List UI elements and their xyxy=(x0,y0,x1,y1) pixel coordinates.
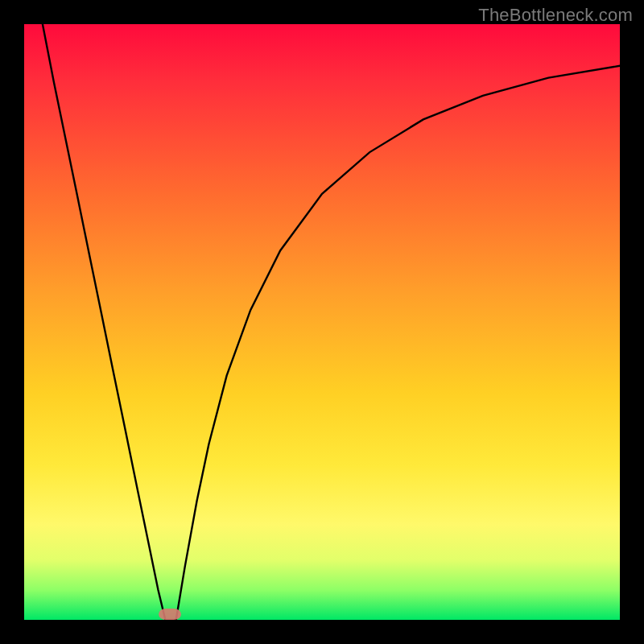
bottom-marker xyxy=(159,609,181,620)
watermark-text: TheBottleneck.com xyxy=(478,5,633,26)
chart-frame: TheBottleneck.com xyxy=(0,0,644,644)
curve-svg xyxy=(24,24,620,620)
bottleneck-curve xyxy=(43,24,620,620)
plot-area xyxy=(24,24,620,620)
